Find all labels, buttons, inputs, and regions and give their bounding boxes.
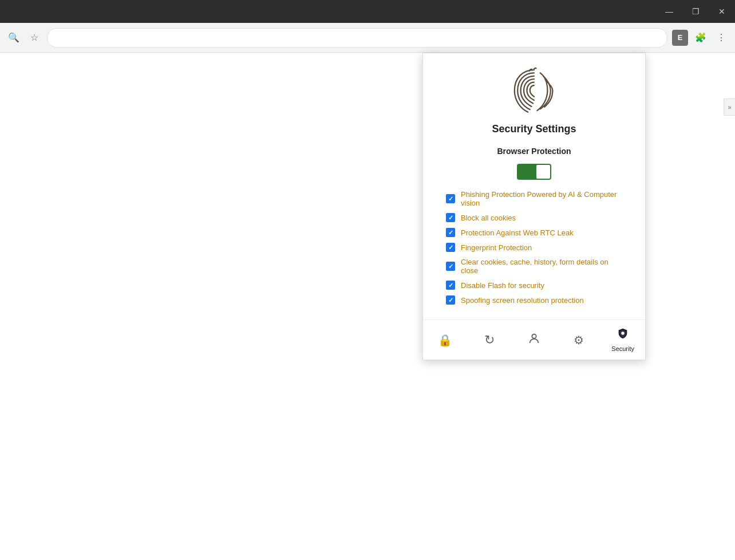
- toggle-thumb: [536, 165, 550, 179]
- puzzle-button[interactable]: 🧩: [693, 30, 709, 46]
- toggle-wrap: [440, 164, 628, 180]
- fingerprint-icon: [508, 65, 560, 116]
- popup-footer: 🔒 ↻ ⚙: [423, 320, 645, 360]
- main-area: » Security Settings Browser Protection: [0, 53, 735, 560]
- puzzle-icon: 🧩: [695, 32, 706, 43]
- checkbox-3[interactable]: [446, 228, 455, 237]
- list-item: Block all cookies: [446, 213, 622, 222]
- menu-icon: ⋮: [717, 32, 726, 43]
- list-item: Phishing Protection Powered by AI & Comp…: [446, 190, 622, 207]
- checkbox-label-1: Phishing Protection Powered by AI & Comp…: [461, 190, 622, 207]
- footer-item-gear[interactable]: ⚙: [556, 320, 601, 360]
- browser-chrome: 🔍 ☆ E 🧩 ⋮: [0, 23, 735, 53]
- list-item: Protection Against Web RTC Leak: [446, 228, 622, 237]
- svg-point-0: [532, 334, 536, 338]
- bookmark-icon: ☆: [30, 32, 38, 43]
- titlebar: — ❐ ✕: [0, 0, 735, 23]
- checkbox-label-7: Spoofing screen resolution protection: [461, 296, 584, 305]
- footer-item-security[interactable]: Security: [600, 320, 645, 360]
- extension-label: E: [678, 33, 683, 42]
- chevron-right-icon: »: [728, 104, 732, 111]
- footer-item-person[interactable]: [512, 320, 556, 360]
- person-icon: [528, 332, 540, 348]
- checkbox-label-5: Clear cookies, cache, history, form deta…: [461, 258, 622, 275]
- footer-item-lock[interactable]: 🔒: [423, 320, 468, 360]
- minimize-button[interactable]: —: [656, 0, 682, 23]
- address-bar-wrap: [47, 28, 667, 48]
- security-label: Security: [611, 345, 634, 352]
- address-bar[interactable]: [54, 33, 660, 42]
- extension-button[interactable]: E: [672, 30, 688, 46]
- checkbox-6[interactable]: [446, 281, 455, 290]
- search-icon-btn[interactable]: 🔍: [6, 30, 22, 46]
- shield-icon: [617, 328, 629, 343]
- sidebar-collapse-button[interactable]: »: [724, 98, 735, 116]
- popup-content: Security Settings Browser Protection Phi…: [423, 53, 645, 320]
- checkbox-1[interactable]: [446, 194, 455, 203]
- checkbox-7[interactable]: [446, 295, 455, 305]
- search-icon: 🔍: [8, 32, 19, 43]
- checkbox-label-3: Protection Against Web RTC Leak: [461, 228, 574, 237]
- list-item: Disable Flash for security: [446, 281, 622, 290]
- lock-icon: 🔒: [438, 333, 452, 347]
- checkbox-label-4: Fingerprint Protection: [461, 243, 532, 252]
- popup-title: Security Settings: [492, 123, 576, 135]
- close-button[interactable]: ✕: [709, 0, 735, 23]
- footer-item-refresh[interactable]: ↻: [468, 320, 512, 360]
- menu-button[interactable]: ⋮: [713, 30, 729, 46]
- checkbox-2[interactable]: [446, 213, 455, 222]
- list-item: Fingerprint Protection: [446, 243, 622, 252]
- svg-point-1: [621, 332, 625, 335]
- refresh-icon: ↻: [484, 333, 495, 348]
- checkbox-list: Phishing Protection Powered by AI & Comp…: [440, 190, 628, 305]
- checkbox-label-2: Block all cookies: [461, 214, 516, 222]
- browser-protection-toggle[interactable]: [517, 164, 551, 180]
- list-item: Spoofing screen resolution protection: [446, 295, 622, 305]
- security-popup: Security Settings Browser Protection Phi…: [422, 53, 646, 360]
- checkbox-5[interactable]: [446, 262, 455, 271]
- maximize-button[interactable]: ❐: [682, 0, 709, 23]
- gear-icon: ⚙: [574, 333, 584, 347]
- checkbox-4[interactable]: [446, 243, 455, 252]
- section-title: Browser Protection: [440, 147, 628, 156]
- list-item: Clear cookies, cache, history, form deta…: [446, 258, 622, 275]
- checkbox-label-6: Disable Flash for security: [461, 281, 544, 290]
- bookmark-button[interactable]: ☆: [26, 30, 42, 46]
